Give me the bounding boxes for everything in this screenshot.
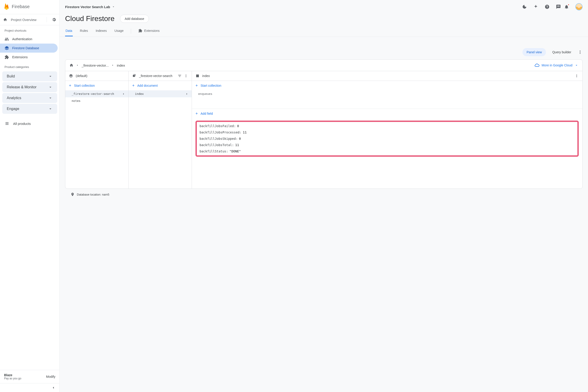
more-vert-icon[interactable] bbox=[577, 50, 582, 55]
all-products-link[interactable]: All products bbox=[0, 118, 60, 130]
chevron-right-icon bbox=[122, 92, 125, 96]
breadcrumb: _firestore-vector... index bbox=[69, 63, 125, 67]
notifications-button[interactable] bbox=[564, 4, 569, 9]
plan-row: Blaze Pay as you go Modify bbox=[0, 370, 60, 383]
sidebar: Firebase Project Overview Project shortc… bbox=[0, 0, 60, 392]
collection-item[interactable]: _firestore-vector-search bbox=[65, 90, 128, 97]
fields-highlight-box: backfillJobsFailed:0 backfillJobsProcess… bbox=[195, 120, 579, 157]
sidebar-item-label: Firestore Database bbox=[12, 46, 39, 50]
breadcrumb-item[interactable]: index bbox=[117, 64, 125, 67]
add-database-button[interactable]: Add database bbox=[120, 15, 149, 23]
sidebar-item-label: Extensions bbox=[12, 55, 28, 59]
tab-rules[interactable]: Rules bbox=[80, 26, 89, 36]
more-vert-icon[interactable] bbox=[184, 74, 188, 78]
categories-heading: Product categories bbox=[0, 62, 60, 71]
stack-icon bbox=[5, 46, 9, 50]
stack-icon bbox=[69, 74, 73, 78]
sidebar-item-authentication[interactable]: Authentication bbox=[0, 34, 58, 44]
document-detail-column: index + Start collection enqueues bbox=[192, 71, 582, 188]
grid-icon bbox=[5, 122, 9, 126]
filter-icon[interactable] bbox=[178, 74, 182, 78]
shortcuts-heading: Project shortcuts bbox=[0, 25, 60, 34]
project-overview-link[interactable]: Project Overview bbox=[0, 14, 60, 25]
page-title: Cloud Firestore bbox=[65, 14, 115, 23]
chevron-left-icon[interactable] bbox=[51, 386, 55, 390]
plan-name: Blaze bbox=[4, 373, 21, 377]
topbar: Firestore Vector Search Lab bbox=[60, 0, 588, 10]
chevron-right-icon bbox=[76, 64, 79, 66]
tab-usage[interactable]: Usage bbox=[114, 26, 124, 36]
puzzle-icon bbox=[5, 55, 9, 60]
brand-name: Firebase bbox=[12, 4, 30, 9]
collection-item[interactable]: notes bbox=[65, 97, 128, 104]
category-engage[interactable]: Engage bbox=[2, 104, 57, 114]
tab-indexes[interactable]: Indexes bbox=[95, 26, 107, 36]
field-row[interactable]: backfillJobsSkipped:0 bbox=[199, 137, 575, 140]
start-collection-button[interactable]: + Start collection bbox=[65, 81, 128, 90]
query-builder-button[interactable]: Query builder bbox=[548, 48, 575, 56]
firebase-logo-row[interactable]: Firebase bbox=[0, 0, 60, 14]
sparkle-icon[interactable] bbox=[533, 4, 538, 9]
plus-icon: + bbox=[69, 84, 71, 88]
data-panel: _firestore-vector... index More in Googl… bbox=[65, 60, 582, 189]
collection-name: _firestore-vector-search bbox=[139, 74, 172, 78]
plus-icon: + bbox=[195, 84, 198, 88]
chevron-down-icon bbox=[575, 64, 578, 67]
avatar[interactable] bbox=[575, 3, 582, 10]
chat-icon[interactable] bbox=[556, 4, 561, 9]
documents-column: _firestore-vector-search + Add document bbox=[129, 71, 192, 188]
breadcrumb-item[interactable]: _firestore-vector... bbox=[82, 64, 109, 67]
field-row[interactable]: backfillJobsFailed:0 bbox=[199, 124, 575, 128]
category-release[interactable]: Release & Monitor bbox=[2, 82, 57, 92]
document-item[interactable]: index bbox=[129, 90, 192, 97]
document-icon bbox=[195, 74, 199, 78]
plus-icon: + bbox=[195, 112, 198, 116]
database-name: (default) bbox=[76, 74, 87, 78]
chevron-right-icon bbox=[185, 92, 188, 96]
firebase-flame-icon bbox=[4, 3, 10, 10]
sidebar-item-extensions[interactable]: Extensions bbox=[0, 52, 58, 62]
field-row[interactable]: backfillJobsTotal:11 bbox=[199, 143, 575, 147]
document-name: index bbox=[202, 74, 210, 78]
gear-icon[interactable] bbox=[52, 18, 56, 22]
project-selector[interactable]: Firestore Vector Search Lab bbox=[65, 5, 115, 9]
people-icon bbox=[5, 37, 9, 41]
tab-data[interactable]: Data bbox=[65, 26, 73, 36]
main: Firestore Vector Search Lab Cloud Firest… bbox=[60, 0, 588, 392]
google-cloud-link[interactable]: More in Google Cloud bbox=[534, 63, 578, 68]
panel-view-button[interactable]: Panel view bbox=[522, 48, 546, 56]
modify-plan-button[interactable]: Modify bbox=[46, 375, 55, 378]
plan-sub: Pay as you go bbox=[4, 377, 21, 380]
add-document-button[interactable]: + Add document bbox=[129, 81, 192, 90]
moon-icon[interactable] bbox=[522, 4, 527, 9]
collection-icon bbox=[132, 74, 136, 78]
add-field-button[interactable]: + Add field bbox=[192, 109, 582, 118]
sidebar-item-label: Authentication bbox=[12, 37, 32, 41]
field-row[interactable]: backfillStatus:"DONE" bbox=[199, 150, 575, 153]
subcollection-item[interactable]: enqueues bbox=[192, 90, 582, 97]
puzzle-icon bbox=[138, 29, 142, 33]
help-icon[interactable] bbox=[545, 4, 549, 9]
tabs: Data Rules Indexes Usage Extensions bbox=[60, 26, 588, 37]
chevron-down-icon bbox=[48, 96, 53, 100]
category-build[interactable]: Build bbox=[2, 71, 57, 81]
chevron-right-icon bbox=[111, 64, 114, 66]
field-row[interactable]: backfillJobsProcessed:11 bbox=[199, 130, 575, 134]
collections-column: (default) + Start collection _firestore-… bbox=[65, 71, 129, 188]
more-vert-icon[interactable] bbox=[575, 74, 579, 78]
start-subcollection-button[interactable]: + Start collection bbox=[192, 81, 582, 90]
caret-down-icon bbox=[112, 5, 115, 8]
cloud-icon bbox=[534, 63, 539, 68]
plus-icon: + bbox=[132, 84, 135, 88]
chevron-down-icon bbox=[48, 74, 53, 78]
sidebar-item-firestore[interactable]: Firestore Database bbox=[0, 44, 58, 52]
notification-dot bbox=[568, 4, 569, 6]
chevron-down-icon bbox=[48, 85, 53, 90]
pin-icon bbox=[71, 192, 75, 196]
home-icon[interactable] bbox=[69, 63, 74, 67]
home-icon bbox=[3, 18, 7, 22]
chevron-down-icon bbox=[48, 106, 53, 111]
tab-extensions[interactable]: Extensions bbox=[138, 26, 160, 36]
database-location: Database location: nam5 bbox=[65, 189, 582, 198]
category-analytics[interactable]: Analytics bbox=[2, 93, 57, 103]
